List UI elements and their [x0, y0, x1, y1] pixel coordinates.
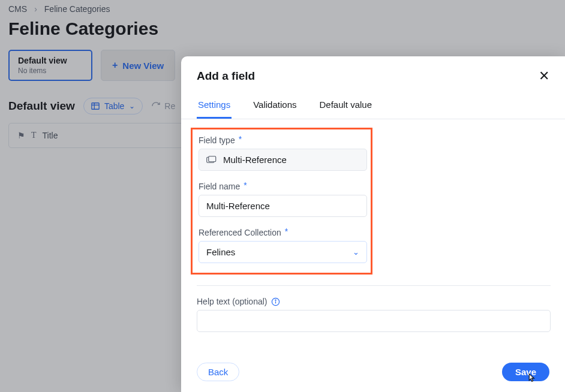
cursor-icon: [525, 373, 536, 384]
field-type-value: Multi-Reference: [223, 155, 287, 165]
svg-point-7: [275, 300, 275, 300]
multi-reference-icon: [206, 156, 217, 164]
highlighted-section: Field type * Multi-Reference Field name …: [191, 128, 372, 275]
field-name-label: Field name: [199, 182, 240, 191]
field-type-label: Field type: [199, 135, 235, 145]
tab-validations[interactable]: Validations: [252, 96, 297, 119]
modal-tabs: Settings Validations Default value: [181, 89, 565, 119]
modal-title: Add a field: [197, 70, 255, 83]
close-icon: ✕: [539, 68, 549, 83]
add-field-modal: Add a field ✕ Settings Validations Defau…: [181, 56, 565, 392]
help-text-input[interactable]: [197, 310, 551, 332]
tab-settings[interactable]: Settings: [197, 96, 232, 119]
tab-default-value[interactable]: Default value: [318, 96, 373, 119]
back-button[interactable]: Back: [197, 363, 239, 381]
field-name-input[interactable]: [199, 195, 367, 217]
field-name-group: Field name *: [199, 182, 365, 217]
chevron-down-icon: ⌄: [353, 248, 359, 257]
referenced-collection-value: Felines: [206, 247, 235, 257]
referenced-collection-select[interactable]: Felines ⌄: [199, 241, 367, 263]
field-type-display[interactable]: Multi-Reference: [199, 149, 367, 171]
close-button[interactable]: ✕: [539, 70, 549, 83]
referenced-collection-group: Referenced Collection * Felines ⌄: [199, 228, 365, 263]
section-divider: [197, 285, 551, 286]
required-mark: *: [285, 227, 288, 236]
help-text-group: Help text (optional): [197, 297, 549, 332]
required-mark: *: [239, 134, 242, 144]
required-mark: *: [244, 180, 247, 190]
info-icon[interactable]: [271, 297, 280, 306]
svg-rect-4: [209, 156, 216, 162]
field-type-group: Field type * Multi-Reference: [199, 135, 365, 171]
referenced-collection-label: Referenced Collection: [199, 228, 281, 237]
help-text-label: Help text (optional): [197, 297, 268, 306]
